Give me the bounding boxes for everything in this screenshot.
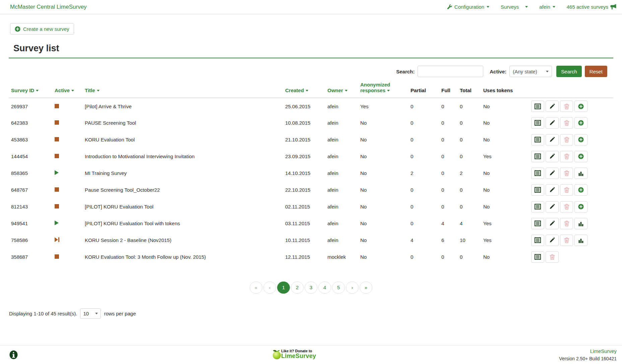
plus-circle-icon — [578, 120, 584, 126]
page-3-button[interactable]: 3 — [305, 282, 317, 294]
edit-button[interactable] — [546, 235, 559, 246]
summary-button[interactable] — [531, 235, 544, 246]
delete-button[interactable] — [560, 201, 573, 213]
reset-button[interactable]: Reset — [585, 66, 607, 77]
delete-button[interactable] — [546, 251, 559, 263]
summary-button[interactable] — [531, 168, 544, 179]
search-input[interactable] — [418, 66, 483, 77]
donate-link[interactable]: Like it? Donate to LimeSurvey — [272, 349, 316, 360]
column-header-created[interactable]: Created — [282, 77, 324, 98]
table-row: 949541[PILOT] KORU Evaluation Tool with … — [9, 215, 613, 232]
page-5-button[interactable]: 5 — [332, 282, 345, 294]
actions-cell — [520, 165, 613, 182]
summary-button[interactable] — [531, 134, 544, 145]
nav-item-afein[interactable]: afein — [539, 4, 555, 10]
summary-button[interactable] — [531, 218, 544, 229]
activate-button[interactable] — [574, 134, 587, 145]
survey-title-link[interactable]: [PILOT] KORU Evaluation Tool with tokens — [81, 215, 282, 232]
statistics-button[interactable] — [574, 218, 587, 229]
plus-circle-icon — [578, 104, 584, 109]
column-header-title[interactable]: Title — [81, 77, 282, 98]
table-row: 812143[PILOT] KORU Evaluation Tool02.11.… — [9, 198, 613, 215]
edit-button[interactable] — [546, 184, 559, 196]
delete-button[interactable] — [560, 168, 573, 179]
prev-page-button[interactable]: ‹ — [263, 282, 276, 294]
survey-title-link[interactable]: PAUSE Screening Tool — [81, 115, 282, 131]
survey-title-link[interactable]: [PILOT] KORU Evaluation Tool — [81, 198, 282, 215]
statistics-button[interactable] — [574, 168, 587, 179]
delete-button[interactable] — [560, 218, 573, 229]
summary-button[interactable] — [531, 101, 544, 112]
nav-item-surveys[interactable]: Surveys — [501, 4, 528, 10]
edit-button[interactable] — [546, 201, 559, 213]
nav-item-configuration[interactable]: Configuration — [447, 4, 489, 10]
survey-title-link[interactable]: KORU Session 2 - Baseline (Nov2015) — [81, 232, 282, 249]
activate-button[interactable] — [574, 184, 587, 196]
nav-item-label: 465 active surveys — [567, 4, 608, 10]
delete-button[interactable] — [560, 151, 573, 162]
delete-button[interactable] — [560, 184, 573, 196]
edit-button[interactable] — [546, 168, 559, 179]
summary-button[interactable] — [531, 151, 544, 162]
total-cell: 0 — [456, 131, 480, 148]
survey-title-link[interactable]: KORU Evaluation Tool — [81, 131, 282, 148]
announcements-button[interactable] — [610, 4, 617, 10]
column-header-id[interactable]: Survey ID — [9, 77, 52, 98]
delete-button[interactable] — [560, 134, 573, 145]
nav-item-465-active-surveys[interactable]: 465 active surveys — [567, 4, 608, 10]
owner-cell: afein — [324, 182, 357, 198]
next-page-button[interactable]: › — [346, 282, 359, 294]
trash-icon — [564, 104, 569, 109]
brand-link[interactable]: McMaster Central LimeSurvey — [10, 4, 87, 10]
page-4-button[interactable]: 4 — [318, 282, 331, 294]
survey-title-link[interactable]: Introduction to Motivational Interviewin… — [81, 148, 282, 165]
activate-button[interactable] — [574, 151, 587, 162]
created-cell: 22.10.2015 — [282, 182, 324, 198]
edit-button[interactable] — [546, 101, 559, 112]
edit-button[interactable] — [546, 151, 559, 162]
anonymized-cell: No — [357, 115, 407, 131]
create-survey-button[interactable]: Create a new survey — [10, 23, 74, 35]
survey-id-cell: 642383 — [9, 115, 52, 131]
summary-button[interactable] — [531, 201, 544, 213]
survey-title-link[interactable]: [Pilot] Arrive & Thrive — [81, 98, 282, 115]
page-1-button[interactable]: 1 — [277, 282, 290, 294]
page-2-button[interactable]: 2 — [291, 282, 304, 294]
delete-button[interactable] — [560, 117, 573, 129]
edit-button[interactable] — [546, 117, 559, 129]
edit-button[interactable] — [546, 134, 559, 145]
stop-square-icon — [55, 254, 59, 259]
activate-button[interactable] — [574, 201, 587, 213]
rows-per-page-label: rows per page — [104, 311, 136, 316]
anonymized-cell: No — [357, 249, 407, 265]
column-header-anonymized[interactable]: Anonymized responses — [357, 77, 407, 98]
first-page-button[interactable]: « — [250, 282, 262, 294]
activate-button[interactable] — [574, 101, 587, 112]
plus-circle-icon — [15, 26, 20, 32]
anonymized-cell: No — [357, 165, 407, 182]
summary-button[interactable] — [531, 117, 544, 129]
edit-button[interactable] — [546, 218, 559, 229]
footer-brand-link[interactable]: LimeSurvey — [590, 348, 617, 354]
summary-button[interactable] — [531, 184, 544, 196]
rows-per-page-select[interactable]: 10 — [80, 308, 101, 319]
created-cell: 25.06.2015 — [282, 98, 324, 115]
table-row: 453863KORU Evaluation Tool21.10.2015afei… — [9, 131, 613, 148]
search-button[interactable]: Search — [556, 66, 582, 77]
column-header-active[interactable]: Active — [52, 77, 81, 98]
delete-button[interactable] — [560, 101, 573, 112]
statistics-button[interactable] — [574, 235, 587, 246]
survey-title-link[interactable]: Pause Screening Tool_October22 — [81, 182, 282, 198]
delete-button[interactable] — [560, 235, 573, 246]
summary-button[interactable] — [531, 251, 544, 263]
last-page-button[interactable]: » — [360, 282, 372, 294]
play-icon — [55, 170, 59, 175]
column-header-owner[interactable]: Owner — [324, 77, 357, 98]
filter-row: Search: Active: (Any state) Search Reset — [0, 66, 607, 77]
pencil-icon — [549, 237, 555, 243]
activate-button[interactable] — [574, 117, 587, 129]
active-state-select[interactable]: (Any state) — [509, 66, 552, 77]
survey-title-link[interactable]: MI Training Survey — [81, 165, 282, 182]
survey-title-link[interactable]: KORU Evaluation Tool: 3 Month Follow up … — [81, 249, 282, 265]
info-icon[interactable] — [9, 350, 18, 359]
